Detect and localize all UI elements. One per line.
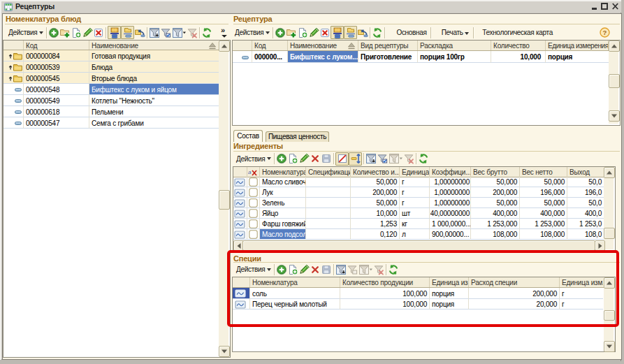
svg-text:a: a bbox=[248, 169, 252, 175]
svg-text:?: ? bbox=[603, 29, 607, 36]
svg-text:»: » bbox=[221, 27, 225, 34]
